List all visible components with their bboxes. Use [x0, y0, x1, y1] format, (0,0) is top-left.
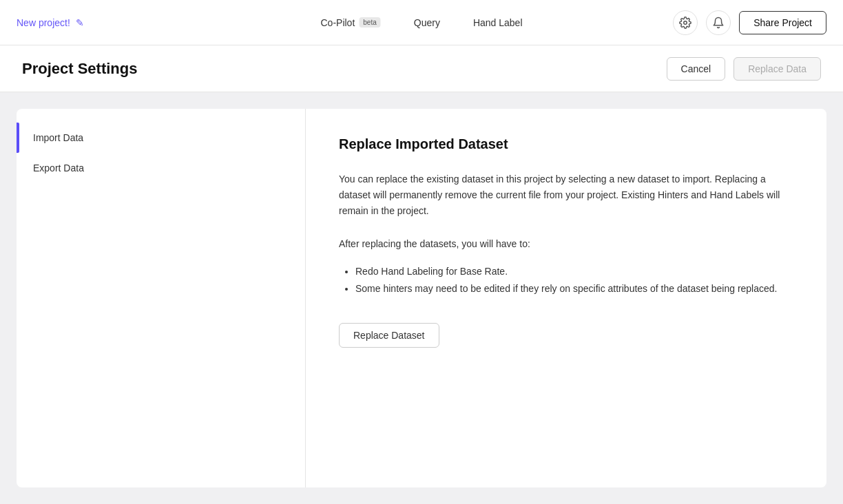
content-body: You can replace the existing dataset in …: [339, 171, 793, 219]
page-title: Project Settings: [22, 60, 667, 78]
main-content: Import Data Export Data Replace Imported…: [0, 92, 843, 504]
nav-left: New project! ✎: [17, 17, 84, 28]
replace-dataset-button[interactable]: Replace Dataset: [339, 323, 439, 348]
page-header: Project Settings Cancel Replace Data: [0, 45, 843, 92]
nav-item-query[interactable]: Query: [414, 17, 440, 28]
bullet-list: Redo Hand Labeling for Base Rate. Some h…: [339, 263, 793, 297]
gear-icon: [679, 17, 691, 29]
bell-icon: [712, 17, 725, 29]
sidebar-item-export-data[interactable]: Export Data: [17, 153, 305, 183]
import-data-label: Import Data: [33, 132, 83, 143]
content-title: Replace Imported Dataset: [339, 136, 793, 152]
copilot-label: Co-Pilot: [320, 17, 355, 28]
query-label: Query: [414, 17, 440, 28]
cancel-button[interactable]: Cancel: [667, 57, 726, 81]
sidebar: Import Data Export Data: [17, 109, 306, 487]
replace-data-button[interactable]: Replace Data: [733, 57, 821, 81]
top-nav: New project! ✎ Co-Pilot beta Query Hand …: [0, 0, 843, 45]
share-project-button[interactable]: Share Project: [739, 11, 826, 34]
hand-label-label: Hand Label: [473, 17, 523, 28]
after-replacing-text: After replacing the datasets, you will h…: [339, 238, 793, 249]
export-data-label: Export Data: [33, 162, 84, 174]
settings-button[interactable]: [673, 10, 698, 35]
edit-icon[interactable]: ✎: [76, 17, 84, 28]
sidebar-item-import-data[interactable]: Import Data: [17, 123, 305, 153]
nav-center: Co-Pilot beta Query Hand Label: [320, 17, 522, 28]
header-actions: Cancel Replace Data: [667, 57, 821, 81]
nav-item-copilot[interactable]: Co-Pilot beta: [320, 17, 380, 28]
content-panel: Replace Imported Dataset You can replace…: [306, 109, 826, 487]
svg-point-0: [684, 21, 687, 24]
bullet-item-2: Some hinters may need to be edited if th…: [355, 280, 793, 297]
bullet-item-1: Redo Hand Labeling for Base Rate.: [355, 263, 793, 280]
nav-item-hand-label[interactable]: Hand Label: [473, 17, 523, 28]
beta-badge: beta: [359, 17, 380, 28]
notifications-button[interactable]: [706, 10, 731, 35]
new-project-link[interactable]: New project!: [17, 17, 70, 28]
nav-right: Share Project: [673, 10, 826, 35]
